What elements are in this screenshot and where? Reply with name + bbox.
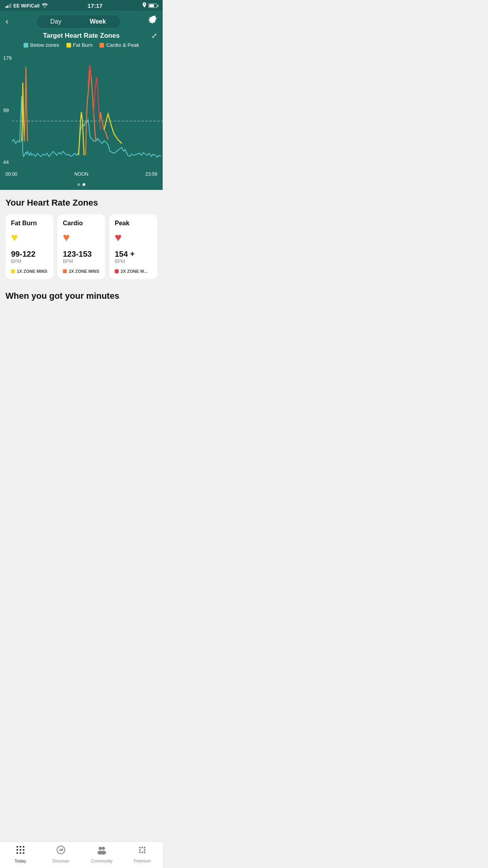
- cardio-mins-dot: [63, 269, 67, 273]
- expand-button[interactable]: ⤢: [151, 31, 157, 40]
- chart-y-labels: 179 99 44: [3, 51, 12, 181]
- status-right: [142, 2, 157, 9]
- carrier-label: EE WiFiCall: [13, 3, 40, 9]
- svg-point-0: [44, 7, 45, 8]
- y-label-179: 179: [3, 55, 12, 61]
- chart-title-row: Target Heart Rate Zones ⤢: [0, 32, 163, 40]
- legend-dot-fatburn: [66, 43, 71, 48]
- peak-mins-label: 2X ZONE M...: [121, 269, 147, 274]
- battery-icon: [149, 4, 157, 8]
- x-label-end: 23:59: [145, 171, 157, 177]
- page-dot-1[interactable]: [77, 183, 80, 186]
- legend-dot-cardio: [99, 43, 104, 48]
- legend-label-fatburn: Fat Burn: [73, 42, 93, 48]
- legend-item-fatburn: Fat Burn: [66, 42, 93, 48]
- legend-label-cardio: Cardio & Peak: [106, 42, 139, 48]
- fat-burn-heart-icon: ♥: [11, 231, 48, 244]
- cardio-card: Cardio ♥ 123-153 BPM 2X ZONE MINS: [57, 214, 105, 279]
- status-time: 17:17: [88, 2, 103, 9]
- chart-area: ‹ Day Week Target Heart Rate Zones ⤢ Bel…: [0, 11, 163, 190]
- peak-heart-icon: ♥: [115, 231, 152, 244]
- fat-burn-title: Fat Burn: [11, 220, 48, 227]
- legend-label-below: Below zones: [30, 42, 59, 48]
- legend-item-below: Below zones: [24, 42, 59, 48]
- page-dot-2[interactable]: [83, 183, 85, 186]
- heart-rate-zones-title: Your Heart Rate Zones: [6, 198, 157, 208]
- peak-bpm-label: BPM: [115, 259, 152, 264]
- peak-bpm-range: 154 +: [115, 250, 152, 259]
- when-title: When you got your minutes: [6, 291, 157, 301]
- signal-bars: [6, 4, 11, 8]
- cardio-heart-icon: ♥: [63, 231, 100, 244]
- cardio-title: Cardio: [63, 220, 100, 227]
- cardio-mins-label: 2X ZONE MINS: [69, 269, 99, 274]
- y-label-99: 99: [3, 107, 12, 113]
- cardio-bpm-label: BPM: [63, 259, 100, 264]
- day-toggle-button[interactable]: Day: [36, 15, 75, 28]
- fat-burn-card: Fat Burn ♥ 99-122 BPM 1X ZONE MINS: [6, 214, 53, 279]
- y-label-44: 44: [3, 159, 12, 165]
- week-toggle-button[interactable]: Week: [75, 15, 120, 28]
- peak-zone-mins: 2X ZONE M...: [115, 269, 152, 274]
- status-bar: EE WiFiCall 17:17: [0, 0, 163, 11]
- fat-burn-bpm-range: 99-122: [11, 250, 48, 259]
- cardio-bpm-range: 123-153: [63, 250, 100, 259]
- fat-burn-mins-dot: [11, 269, 15, 273]
- back-button[interactable]: ‹: [6, 17, 8, 26]
- svg-rect-1: [0, 51, 163, 169]
- location-icon: [142, 2, 147, 9]
- cardio-zone-mins: 2X ZONE MINS: [63, 269, 100, 274]
- chart-svg: [0, 51, 163, 169]
- chart-x-labels: 00:00 NOON 23:59: [0, 171, 163, 177]
- chart-title: Target Heart Rate Zones: [43, 32, 119, 40]
- legend-dot-below: [24, 43, 28, 48]
- chart-legend: Below zones Fat Burn Cardio & Peak: [0, 42, 163, 48]
- peak-mins-dot: [115, 269, 119, 273]
- settings-button[interactable]: [148, 16, 157, 28]
- legend-item-cardio: Cardio & Peak: [99, 42, 139, 48]
- heart-rate-chart: 179 99 44: [0, 51, 163, 181]
- status-left: EE WiFiCall: [6, 3, 48, 9]
- fat-burn-mins-label: 1X ZONE MINS: [17, 269, 48, 274]
- x-label-noon: NOON: [74, 171, 88, 177]
- fat-burn-bpm-label: BPM: [11, 259, 48, 264]
- when-section: When you got your minutes: [0, 291, 163, 305]
- wifi-icon: [42, 3, 48, 9]
- page-dots: [0, 181, 163, 190]
- zone-cards: Fat Burn ♥ 99-122 BPM 1X ZONE MINS Cardi…: [6, 214, 157, 279]
- header-controls: ‹ Day Week: [0, 15, 163, 32]
- content-area: Your Heart Rate Zones Fat Burn ♥ 99-122 …: [0, 190, 163, 291]
- fat-burn-zone-mins: 1X ZONE MINS: [11, 269, 48, 274]
- day-week-toggle: Day Week: [36, 15, 121, 29]
- peak-card: Peak ♥ 154 + BPM 2X ZONE M...: [109, 214, 157, 279]
- peak-title: Peak: [115, 220, 152, 227]
